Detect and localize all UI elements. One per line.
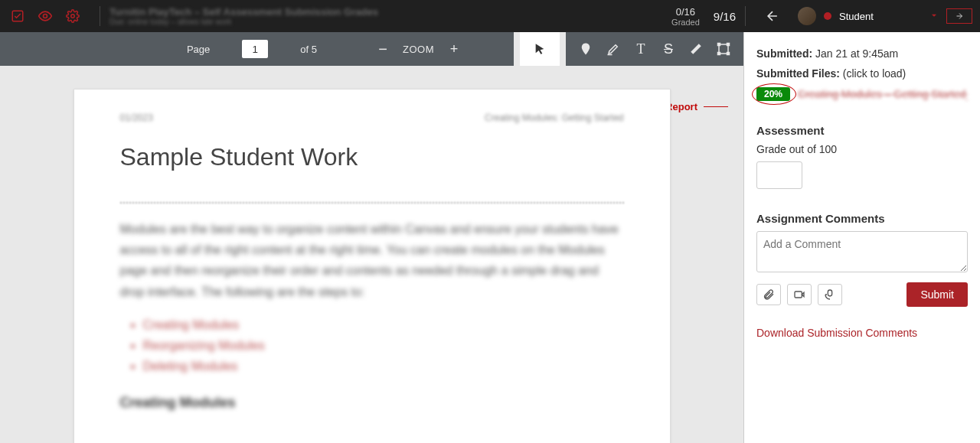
document-subheading: Creating Modules [120,395,624,411]
graded-label: Graded [671,18,700,27]
submit-comment-button[interactable]: Submit [906,282,968,307]
assessment-heading: Assessment [756,124,968,137]
list-item: Deleting Modules [143,356,624,376]
files-row: Submitted Files: (click to load) [756,67,968,80]
chevron-down-icon [929,11,939,22]
similarity-row: 20% Creating Modules – Getting Started_1… [756,87,968,101]
turnitin-similarity-badge[interactable]: 20% [756,87,790,101]
document-viewer-column: Page of 5 − ZOOM + [0,32,744,443]
page-number-input[interactable] [242,40,268,58]
area-annotation-tool[interactable] [710,35,737,63]
list-item: Reorganizing Modules [143,335,624,356]
page-total: of 5 [300,44,317,55]
submitted-row: Submitted: Jan 21 at 9:45am [756,47,968,60]
submission-count: 9/16 [714,10,736,23]
document-page: 01/2023 Creating Modules: Getting Starte… [74,89,671,443]
download-comments-link[interactable]: Download Submission Comments [756,327,917,339]
draw-tool[interactable] [682,35,710,63]
document-area: Click the green box for the Turnitin Sim… [0,66,743,443]
student-selector[interactable]: Student [839,11,939,22]
student-selector-label: Student [839,11,874,22]
prev-page-button[interactable] [210,35,237,63]
topbar: Turnitin PlayTech – Self Assessment Subm… [0,0,980,32]
settings-gear-icon[interactable] [63,6,83,26]
prev-student-button[interactable] [763,6,782,26]
svg-rect-6 [718,53,720,55]
doc-header-right: Creating Modules: Getting Started [485,112,623,123]
download-button[interactable] [6,35,34,63]
status-indicator-icon [824,12,831,20]
student-avatar[interactable] [798,7,816,25]
svg-point-1 [44,15,47,18]
graded-counter: 0/16 Graded [662,6,709,27]
page-label: Page [187,44,210,55]
grading-panel: Submitted: Jan 21 at 9:45am Submitted Fi… [744,32,980,443]
text-annotation-tool[interactable]: T [627,35,655,63]
next-page-button[interactable] [273,35,300,63]
files-hint: (click to load) [843,67,906,80]
comments-heading: Assignment Comments [756,212,968,225]
next-student-button[interactable] [946,8,972,24]
svg-point-2 [71,15,75,18]
grade-input[interactable] [756,161,802,189]
attach-file-button[interactable] [756,284,781,305]
submitted-value: Jan 21 at 9:45am [815,47,898,60]
zoom-in-button[interactable]: + [440,35,468,63]
document-toolbar: Page of 5 − ZOOM + [0,32,743,66]
doc-header-left: 01/2023 [120,112,153,123]
document-paragraph: Modules are the best way to organize con… [120,219,624,302]
main-content: Page of 5 − ZOOM + [0,32,980,443]
document-scroll[interactable]: 01/2023 Creating Modules: Getting Starte… [0,66,743,443]
assignment-title: Turnitin PlayTech – Self Assessment Subm… [109,6,378,18]
document-title: Sample Student Work [120,143,624,171]
assignment-subtitle: Due: online today – allows late work [109,18,378,26]
highlight-tool[interactable] [599,35,627,63]
zoom-out-button[interactable]: − [369,35,397,63]
strikethrough-tool[interactable]: S [655,35,682,63]
files-label: Submitted Files: [756,67,840,80]
grade-summary-icon[interactable] [8,6,28,26]
rotate-button[interactable] [329,35,357,63]
assignment-title-area: Turnitin PlayTech – Self Assessment Subm… [109,6,378,26]
graded-count: 0/16 [671,6,700,18]
comment-actions: Submit [756,282,968,307]
list-item: Creating Modules [143,314,624,335]
zoom-label: ZOOM [403,44,434,55]
submitted-file-link[interactable]: Creating Modules – Getting Started_1_.pd… [798,88,968,100]
speech-recognition-button[interactable] [818,284,842,305]
submitted-label: Submitted: [756,47,812,60]
svg-rect-4 [718,44,720,46]
visibility-icon[interactable] [35,6,55,26]
svg-rect-7 [727,53,730,55]
document-link-list: Creating Modules Reorganizing Modules De… [143,314,624,377]
fullscreen-button[interactable] [480,35,508,63]
pointer-tool[interactable] [526,35,554,63]
media-recording-button[interactable] [787,284,812,305]
comment-textarea[interactable] [756,231,968,272]
svg-rect-5 [727,44,730,46]
grade-out-of-label: Grade out of 100 [756,143,968,155]
svg-rect-8 [795,292,802,298]
point-annotation-tool[interactable] [572,35,599,63]
